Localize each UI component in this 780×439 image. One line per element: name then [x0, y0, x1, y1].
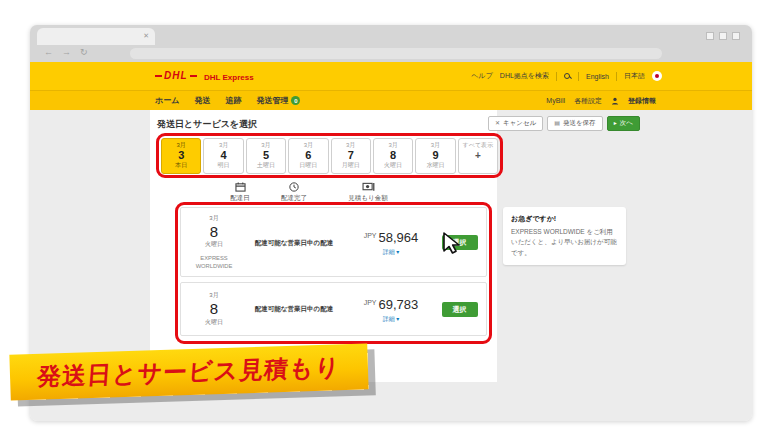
date-month: 3月 — [374, 142, 412, 149]
date-month: 3月 — [289, 142, 327, 149]
date-label: 土曜日 — [247, 162, 285, 169]
date-day: 8 — [374, 149, 412, 162]
currency-label: JPY — [364, 299, 377, 306]
user-icon — [611, 97, 619, 105]
window-controls — [706, 32, 740, 40]
help-link[interactable]: ヘルプ — [471, 71, 493, 81]
lang-english-link[interactable]: English — [586, 73, 609, 80]
date-month: 3月 — [332, 142, 370, 149]
mybill-link[interactable]: MyBill — [546, 97, 565, 104]
minimize-button[interactable] — [706, 32, 714, 40]
date-label: 日曜日 — [289, 162, 327, 169]
date-day: 5 — [247, 149, 285, 162]
close-button[interactable] — [732, 32, 740, 40]
service-name: EXPRESS WORLDWIDE — [185, 254, 243, 270]
plus-icon: + — [459, 149, 497, 162]
nav-item-manage[interactable]: 発送管理 0 — [256, 95, 300, 106]
tab-close-icon[interactable]: ✕ — [143, 32, 149, 39]
back-icon[interactable]: ← — [44, 47, 53, 57]
screenshot-stage: ✕ ← → ↻ DHL DHL Express — [0, 0, 780, 439]
date-cell[interactable]: 3月 6 日曜日 — [288, 138, 328, 174]
delivery-weekday: 火曜日 — [185, 240, 243, 249]
japan-flag-icon[interactable] — [652, 71, 662, 81]
caret-down-icon: ▾ — [396, 249, 399, 255]
money-icon — [362, 182, 375, 192]
date-day: 7 — [332, 149, 370, 162]
date-month: 3月 — [247, 142, 285, 149]
refresh-icon[interactable]: ↻ — [80, 47, 88, 57]
caption-text: 発送日とサービス見積もり — [36, 351, 342, 393]
service-list: 3月 8 火曜日 EXPRESS WORLDWIDE 配達可能な営業日中の配達 … — [180, 207, 487, 336]
logo-text: DHL — [164, 71, 188, 81]
delivery-day: 8 — [185, 223, 243, 240]
date-day: 6 — [289, 149, 327, 162]
count-badge: 0 — [291, 96, 300, 105]
date-cell[interactable]: 3月 7 月曜日 — [331, 138, 371, 174]
profile-link[interactable]: 登録情報 — [628, 96, 656, 106]
legend-label: 見積もり金額 — [348, 194, 387, 201]
date-cell-today[interactable]: 3月 3 本日 — [161, 138, 201, 174]
divider — [556, 72, 557, 81]
details-label: 詳細 — [383, 316, 395, 322]
details-link[interactable]: 詳細 ▾ — [345, 315, 437, 324]
nav-item-manage-label: 発送管理 — [256, 95, 288, 106]
dhl-logo[interactable]: DHL — [155, 71, 197, 81]
date-month: 3月 — [204, 142, 242, 149]
browser-tab[interactable]: ✕ — [37, 28, 155, 45]
maximize-button[interactable] — [719, 32, 727, 40]
details-link[interactable]: 詳細 ▾ — [345, 248, 437, 257]
date-day: 4 — [204, 149, 242, 162]
select-service-button[interactable]: 選択 — [442, 302, 478, 317]
legend-label: 配達完了 — [281, 194, 307, 201]
logo-bar-icon — [190, 75, 197, 77]
date-cell[interactable]: 3月 4 明日 — [203, 138, 243, 174]
search-icon[interactable] — [564, 73, 571, 80]
cancel-button[interactable]: ✕ キャンセル — [488, 116, 543, 131]
delivery-month: 3月 — [185, 214, 243, 223]
price-amount: 69,783 — [379, 297, 419, 312]
brand-label: DHL Express — [204, 73, 254, 82]
date-cell[interactable]: 3月 9 水曜日 — [415, 138, 455, 174]
delivery-window: 配達可能な営業日中の配達 — [243, 238, 345, 247]
nav-item-ship[interactable]: 発送 — [194, 95, 210, 106]
forward-icon[interactable]: → — [62, 47, 71, 57]
date-day: 3 — [162, 149, 200, 162]
date-label: 火曜日 — [374, 162, 412, 169]
next-button[interactable]: ▸ 次へ — [607, 116, 640, 131]
url-bar[interactable] — [130, 48, 662, 59]
arrow-right-icon: ▸ — [614, 120, 617, 126]
logo-bar-icon — [155, 75, 162, 77]
date-cell[interactable]: 3月 8 火曜日 — [373, 138, 413, 174]
calendar-icon — [235, 182, 246, 192]
delivery-month: 3月 — [185, 291, 243, 300]
express-upsell-note: お急ぎですか! EXPRESS WORLDWIDE をご利用いただくと、より早い… — [503, 207, 626, 265]
lang-japanese-link[interactable]: 日本語 — [624, 71, 645, 81]
clock-icon — [289, 182, 299, 192]
legend-quote-amount: 見積もり金額 — [336, 182, 400, 203]
date-day: 9 — [416, 149, 454, 162]
service-card: 3月 8 火曜日 配達可能な営業日中の配達 JPY69,783 詳細 ▾ — [180, 282, 487, 335]
date-cell[interactable]: 3月 5 土曜日 — [246, 138, 286, 174]
cancel-label: キャンセル — [503, 120, 536, 127]
caret-down-icon: ▾ — [396, 316, 399, 322]
date-label: 明日 — [204, 162, 242, 169]
delivery-window: 配達可能な営業日中の配達 — [243, 304, 345, 313]
date-label: 本日 — [162, 162, 200, 169]
legend-delivery-date: 配達日 — [215, 182, 265, 203]
find-location-link[interactable]: DHL拠点を検索 — [500, 71, 549, 81]
show-all-dates-button[interactable]: すべて表示 + — [458, 138, 498, 174]
nav-item-home[interactable]: ホーム — [155, 95, 179, 106]
delivery-day: 8 — [185, 300, 243, 317]
price-amount: 58,964 — [379, 230, 419, 245]
dhl-header: DHL DHL Express ヘルプ DHL拠点を検索 English 日本語 — [30, 62, 752, 90]
header-utilities: ヘルプ DHL拠点を検索 English 日本語 — [471, 62, 662, 90]
save-label: 発送を保存 — [563, 120, 596, 127]
date-month: 3月 — [162, 142, 200, 149]
save-shipment-button[interactable]: ▤ 発送を保存 — [547, 116, 602, 131]
legend-delivery-by: 配達完了 — [266, 182, 322, 203]
next-label: 次へ — [620, 120, 633, 127]
mouse-cursor-icon — [440, 231, 464, 259]
show-all-label: すべて表示 — [459, 142, 497, 149]
settings-link[interactable]: 各種設定 — [574, 96, 602, 106]
nav-item-track[interactable]: 追跡 — [225, 95, 241, 106]
